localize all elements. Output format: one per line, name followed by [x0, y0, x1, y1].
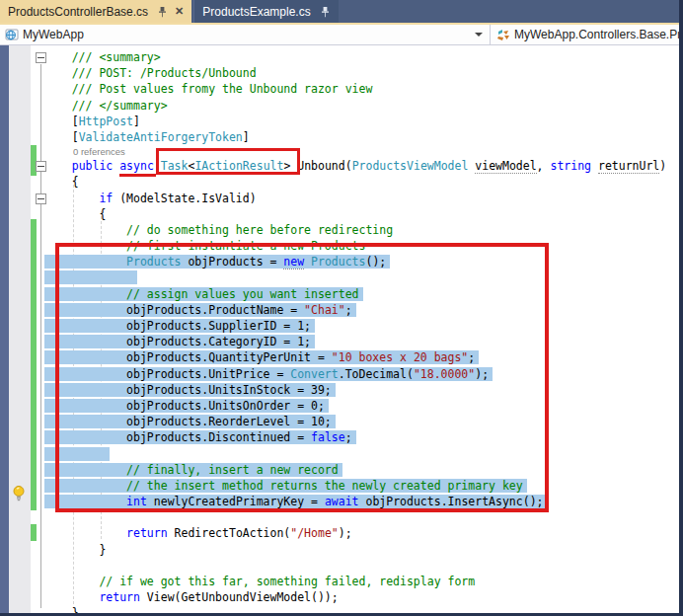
document-tab-strip: ProductsControllerBase.cs ✕ ProductsExam… — [0, 0, 683, 25]
pin-icon[interactable] — [157, 6, 168, 18]
code-line[interactable]: // the insert method returns the newly c… — [0, 478, 679, 494]
code-line[interactable]: [ValidateAntiForgeryToken] — [0, 129, 679, 145]
code-line[interactable]: } — [0, 542, 679, 558]
code-line[interactable]: { — [0, 206, 679, 222]
code-line[interactable] — [0, 509, 679, 525]
code-line[interactable]: objProducts.UnitsInStock = 39; — [0, 382, 679, 398]
code-line[interactable] — [0, 558, 679, 574]
code-line[interactable]: int newlyCreatedPrimaryKey = await objPr… — [0, 494, 679, 509]
code-line[interactable]: } — [0, 605, 679, 613]
window-border — [679, 0, 683, 616]
project-dropdown[interactable]: MyWebApp — [0, 25, 491, 44]
code-line[interactable]: objProducts.UnitPrice = Convert.ToDecima… — [0, 366, 679, 382]
code-line[interactable]: public async Task<IActionResult> Unbound… — [0, 158, 679, 174]
code-line[interactable]: objProducts.CategoryID = 1; — [0, 334, 679, 349]
code-line[interactable]: // assign values you want inserted — [0, 286, 679, 302]
code-line[interactable]: [HttpPost] — [0, 114, 679, 129]
code-line[interactable]: // first instantiate a new Products — [0, 238, 679, 254]
codelens-references[interactable]: 0 references — [0, 145, 679, 158]
code-line[interactable]: /// Post values fromy the Unbound razor … — [0, 81, 679, 97]
code-line[interactable]: return View(GetUnboundViewModel()); — [0, 589, 679, 605]
code-line[interactable]: Products objProducts = new Products(); — [0, 254, 679, 270]
code-line[interactable]: /// POST: /Products/Unbound — [0, 65, 679, 81]
code-line[interactable]: { — [0, 174, 679, 190]
code-line[interactable]: // do something here before redirecting — [0, 222, 679, 238]
code-editor[interactable]: /// <summary> /// POST: /Products/Unboun… — [0, 45, 679, 613]
code-line[interactable]: objProducts.Discontinued = false; — [0, 429, 679, 445]
code-line[interactable]: objProducts.ProductName = "Chai"; — [0, 302, 679, 318]
project-dropdown-label: MyWebApp — [23, 28, 84, 41]
code-line[interactable]: // if we got this far, something failed,… — [0, 574, 679, 589]
code-line[interactable]: objProducts.SupplierID = 1; — [0, 318, 679, 334]
pin-icon[interactable] — [320, 6, 331, 18]
code-line[interactable]: objProducts.UnitsOnOrder = 0; — [0, 398, 679, 414]
code-line[interactable]: objProducts.QuantityPerUnit = "10 boxes … — [0, 349, 679, 365]
member-dropdown-label: MyWebApp.Controllers.Base.Pr — [514, 28, 681, 41]
chevron-down-icon[interactable] — [475, 33, 483, 37]
code-line[interactable]: objProducts.ReorderLevel = 10; — [0, 414, 679, 429]
code-line[interactable] — [0, 446, 679, 462]
code-line[interactable] — [0, 270, 679, 285]
navigation-bar: MyWebApp MyWebApp.Controllers.Base.Pr — [0, 25, 683, 45]
tab-productsexample[interactable]: ProductsExample.cs — [193, 0, 338, 23]
code-line[interactable]: /// <summary> — [0, 49, 679, 65]
code-line[interactable]: /// </summary> — [0, 98, 679, 114]
code-line[interactable]: return RedirectToAction("/Home"); — [0, 525, 679, 541]
code-line[interactable]: if (ModelState.IsValid) — [0, 191, 679, 206]
member-dropdown[interactable]: MyWebApp.Controllers.Base.Pr — [491, 25, 683, 44]
tab-label: ProductsExample.cs — [202, 5, 310, 19]
web-project-icon — [5, 29, 19, 41]
tab-label: ProductsControllerBase.cs — [8, 5, 148, 19]
tab-productscontrollerbase[interactable]: ProductsControllerBase.cs ✕ — [0, 0, 191, 23]
method-icon — [496, 29, 510, 40]
close-icon[interactable]: ✕ — [175, 6, 184, 17]
code-line[interactable]: // finally, insert a new record — [0, 462, 679, 478]
